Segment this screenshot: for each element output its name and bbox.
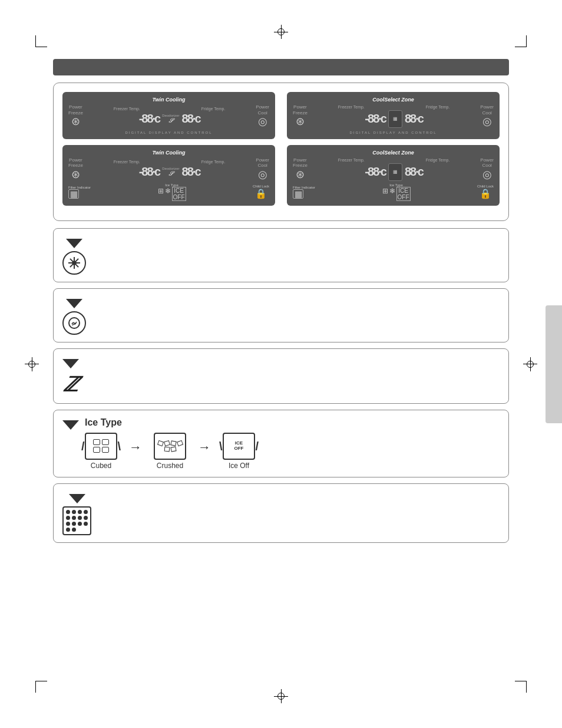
power-cool-arrow-col bbox=[62, 296, 86, 335]
ice-type-section: Ice Type / \ bbox=[53, 410, 509, 477]
ice-type-content: Ice Type / \ bbox=[85, 417, 500, 470]
power-freeze-b-left: PowerFreeze⊛ bbox=[68, 157, 83, 182]
cubed-grid bbox=[93, 439, 109, 453]
power-freeze-arrow bbox=[66, 239, 82, 248]
freezer-temp-label-r-top: Freezer Temp. bbox=[338, 105, 365, 109]
side-tab bbox=[546, 305, 562, 423]
filter-icon-left: ▦ bbox=[68, 189, 79, 199]
ice-crushed-item: Crushed bbox=[154, 433, 186, 470]
cubed-slash-right: \ bbox=[117, 439, 121, 453]
dot-14 bbox=[72, 528, 76, 532]
dot-6 bbox=[72, 516, 76, 520]
panel-twin-cooling-top: Twin Cooling PowerFreeze⊛ Freezer Temp. … bbox=[62, 92, 275, 139]
ice-off-label: Ice Off bbox=[229, 462, 249, 470]
power-freeze-section bbox=[53, 228, 509, 282]
reg-mark-right bbox=[523, 357, 537, 371]
deodorizer-icon-b: 𝒮 bbox=[162, 170, 179, 177]
ice-off-slash-right: / bbox=[255, 439, 259, 453]
fridge-temp-b: Fridge Temp. bbox=[201, 160, 226, 164]
dot-1 bbox=[66, 510, 70, 514]
ice-off-small-r: ICEOFF bbox=[396, 187, 411, 201]
coolselect-vals-b: -88·c ▦ 88·c bbox=[308, 163, 480, 181]
fridge-val-r-top: 88·c bbox=[405, 112, 423, 126]
panel-twin-cooling-body: PowerFreeze⊛ Freezer Temp. Fridge Temp. … bbox=[68, 104, 269, 129]
cube-2 bbox=[102, 439, 109, 445]
freezer-temp-b: Freezer Temp. bbox=[114, 160, 140, 164]
ice-text-line2: OFF bbox=[234, 446, 244, 452]
crushed-icon-small-l: ❄ bbox=[165, 187, 171, 201]
ice-cubed-item: / \ Cubed bbox=[85, 433, 117, 470]
deodorizer-icon-small: 𝒮 bbox=[162, 117, 179, 124]
panel-coolselect-title-top: CoolSelect Zone bbox=[293, 97, 494, 103]
dot-8 bbox=[84, 516, 88, 520]
power-cool-b-right: PowerCool◎ bbox=[480, 157, 494, 182]
panel-bottom-row-left: Filter Indicator ▦ Ice Type ⊞ ❄ ICEOFF C… bbox=[68, 183, 269, 201]
corner-mark-bl bbox=[35, 681, 47, 693]
child-lock-left: Child Lock 🔒 bbox=[253, 185, 269, 199]
panel-coolselect-title-b: CoolSelect Zone bbox=[293, 150, 494, 156]
panels-row-2: Twin Cooling PowerFreeze⊛ Freezer Temp. … bbox=[62, 145, 500, 206]
panel-coolselect-body-top: PowerFreeze⊛ Freezer Temp. Fridge Temp. … bbox=[293, 104, 494, 129]
ice-off-item: \ ICE OFF / Ice Off bbox=[223, 433, 255, 470]
fridge-temp-label: Fridge Temp. bbox=[201, 107, 226, 111]
lock-icon-left: 🔒 bbox=[253, 188, 269, 199]
power-cool-arrow bbox=[66, 299, 82, 308]
coolselect-zone-display-b: ▦ bbox=[388, 163, 402, 181]
dot-9 bbox=[66, 522, 70, 526]
coolselect-temps-b: Freezer Temp. Fridge Temp. -88·c ▦ 88·c bbox=[308, 158, 480, 181]
fridge-val-b: 88·c bbox=[182, 165, 200, 179]
ice-icons-left: ⊞ ❄ ICEOFF bbox=[158, 187, 186, 201]
ice-type-arrow bbox=[62, 420, 79, 430]
dot-7 bbox=[78, 516, 82, 520]
panel-subtitle-left-top: DIGITAL DISPLAY AND CONTROL bbox=[68, 131, 269, 134]
power-cool-icon bbox=[62, 311, 86, 335]
crushed-icon-large bbox=[154, 433, 186, 460]
fridge-temp-rb: Fridge Temp. bbox=[426, 158, 450, 162]
filter-indicator-right: Filter Indicator ▦ bbox=[293, 186, 315, 199]
dot-grid-4x4 bbox=[66, 510, 88, 532]
twin-temps-b: Freezer Temp. Fridge Temp. -88·c Deodori… bbox=[83, 160, 256, 179]
deodorizer-center: Deodorizer 𝒮 bbox=[162, 114, 179, 124]
deodorizer-label: Deodorizer bbox=[162, 114, 179, 117]
reg-mark-left bbox=[25, 357, 39, 371]
panel-twin-cooling-title: Twin Cooling bbox=[68, 97, 269, 103]
arrow-to-ice-off: → bbox=[198, 440, 211, 455]
power-cool-b-left: PowerCool◎ bbox=[256, 157, 269, 182]
deodorizer-arrow-row: ℤ bbox=[62, 356, 79, 396]
freezer-temp-rb: Freezer Temp. bbox=[338, 158, 365, 162]
cubed-slash-left: / bbox=[81, 439, 85, 453]
fridge-temp-value: 88·c bbox=[182, 112, 200, 126]
deodorizer-arrow bbox=[62, 359, 79, 368]
filter-icon-right: ▦ bbox=[293, 189, 303, 199]
dot-11 bbox=[78, 522, 82, 526]
coolselect-zone-icon-b: ▦ bbox=[393, 169, 398, 174]
crushed-label: Crushed bbox=[157, 462, 183, 470]
filter-section bbox=[53, 483, 509, 543]
ice-type-title: Ice Type bbox=[85, 417, 500, 428]
arrow-to-crushed: → bbox=[129, 440, 142, 455]
cubed-icon-small-l: ⊞ bbox=[158, 187, 164, 201]
power-freeze-label-right-top: PowerFreeze⊛ bbox=[293, 104, 308, 129]
ice-type-arrow-col bbox=[62, 417, 79, 433]
panel-coolselect-bottom: CoolSelect Zone PowerFreeze⊛ Freezer Tem… bbox=[287, 145, 500, 206]
deodorizer-label-b: Deodorizer bbox=[162, 167, 179, 170]
filter-dot-grid bbox=[62, 506, 91, 535]
panel-twin-cooling-title-b: Twin Cooling bbox=[68, 150, 269, 156]
crushed-icon-small-r: ❄ bbox=[389, 187, 395, 201]
panel-coolselect-body-b: PowerFreeze⊛ Freezer Temp. Fridge Temp. … bbox=[293, 157, 494, 182]
ice-off-slash-left: \ bbox=[219, 439, 223, 453]
corner-mark-tl bbox=[35, 35, 47, 47]
power-freeze-arrow-row bbox=[62, 236, 86, 275]
freezer-val-r-top: -88·c bbox=[365, 112, 386, 126]
panel-coolselect-top: CoolSelect Zone PowerFreeze⊛ Freezer Tem… bbox=[287, 92, 500, 139]
ice-off-text-content: ICE OFF bbox=[234, 441, 244, 452]
lock-icon-right: 🔒 bbox=[477, 188, 494, 199]
panel-twin-body-b: PowerFreeze⊛ Freezer Temp. Fridge Temp. … bbox=[68, 157, 269, 182]
coolselect-zone-display: ▦ bbox=[388, 110, 402, 128]
power-cool-label-left: PowerCool◎ bbox=[256, 104, 269, 129]
coolselect-values-top: -88·c ▦ 88·c bbox=[308, 110, 480, 128]
freezer-temp-value: -88·c bbox=[139, 112, 160, 126]
dot-12 bbox=[84, 522, 88, 526]
dot-4 bbox=[84, 510, 88, 514]
dot-3 bbox=[78, 510, 82, 514]
